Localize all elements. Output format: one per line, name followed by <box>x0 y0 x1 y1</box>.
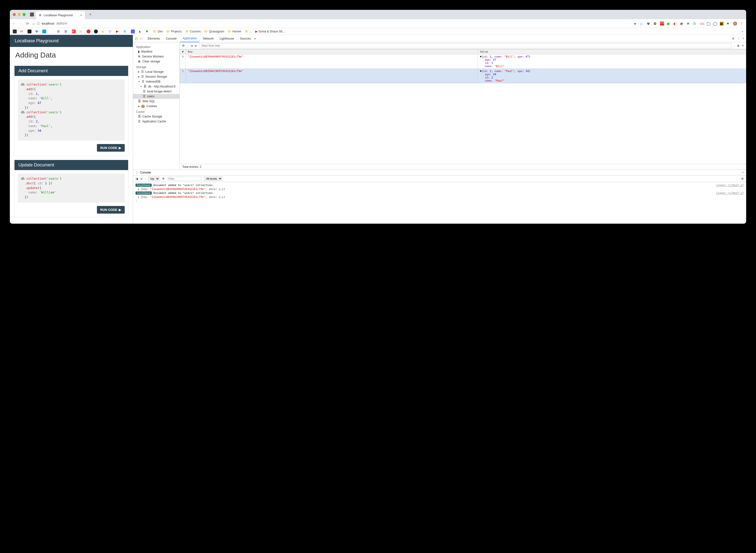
menu-icon[interactable]: ⋮ <box>740 22 744 25</box>
sidebar-item-manifest[interactable]: ▮ Manifest <box>133 49 180 54</box>
drive-icon[interactable]: ▲ <box>138 29 142 33</box>
inspect-icon[interactable]: ◰ <box>135 37 138 40</box>
refresh-icon[interactable]: ⟳ <box>182 44 185 48</box>
sidebar-item-websql[interactable]: 🗄 Web SQL <box>133 99 180 104</box>
sidebar-item-cookies[interactable]: ▶ 🍪 Cookies <box>133 104 180 109</box>
ext-icon[interactable]: ◯ <box>713 22 717 25</box>
filter-input[interactable] <box>167 177 202 181</box>
log-source[interactable]: logger.js?9ee7:17 <box>716 191 744 195</box>
sidebar-item-app-cache[interactable]: ☰ Application Cache <box>133 119 180 124</box>
youtube-icon[interactable]: ▶ <box>116 29 120 33</box>
console-sidebar-icon[interactable]: ◨ <box>136 177 138 180</box>
maximize-window-icon[interactable] <box>23 13 25 16</box>
pinned-tab-favicon[interactable] <box>30 12 34 16</box>
browser-tab[interactable]: ⚙ Localbase Playground × <box>36 11 85 19</box>
sidebar-item-service-workers[interactable]: ⚙ Service Workers <box>133 54 180 59</box>
console-menu-icon[interactable]: ⋮ <box>136 171 138 174</box>
bookmarks-overflow-icon[interactable]: » <box>742 30 743 33</box>
sidebar-item-db[interactable]: ▼ 🗄 db - http://localhost:8 <box>133 84 180 89</box>
bookmark-icon[interactable]: af <box>72 29 76 33</box>
tab-elements[interactable]: Elements <box>145 35 162 42</box>
bookmark-folder[interactable]: 📁 Homer <box>228 30 241 33</box>
bookmark-icon[interactable] <box>13 29 17 33</box>
settings-icon[interactable]: ⚙ <box>732 37 735 40</box>
bookmark-icon[interactable]: ✱ <box>146 29 149 33</box>
sidebar-item-store[interactable]: ☰ local-forage-detect <box>133 89 180 94</box>
table-row[interactable]: 1 "11eaeeb1c88394b1969745432261c79e" ▼{i… <box>180 69 746 83</box>
bookmark-icon[interactable]: ✿ <box>124 29 127 33</box>
log-expand[interactable]: ▶{key: "11eaeeb1c88394b1969745432261c79e… <box>133 195 746 199</box>
bookmark-icon[interactable] <box>94 29 98 33</box>
bookmark-icon[interactable] <box>42 29 46 33</box>
bookmark-icon[interactable]: ⊞ <box>57 29 61 33</box>
home-icon[interactable]: ⌂ <box>32 22 35 25</box>
udemy-icon[interactable]: 𝓤 <box>79 29 83 33</box>
ext-icon[interactable]: ◯ <box>706 22 710 25</box>
prev-page-icon[interactable]: ◀ <box>190 44 193 48</box>
bookmark-folder[interactable]: 📁 ... <box>245 30 252 33</box>
log-source[interactable]: logger.js?9ee7:17 <box>716 183 744 187</box>
tab-close-icon[interactable]: × <box>80 13 82 17</box>
bookmark-icon[interactable] <box>86 29 90 33</box>
back-icon[interactable]: ← <box>12 22 16 25</box>
run-code-button[interactable]: RUN CODE ▶ <box>97 206 125 214</box>
log-expand[interactable]: ▶{key: "11eaeeb1c88394b0969745432261c79e… <box>133 187 746 191</box>
firebase-icon[interactable]: ▲ <box>101 29 105 33</box>
table-row[interactable]: 0 "11eaeeb1c88394b0969745432261c79e" ▼{i… <box>180 54 746 69</box>
bookmark-folder[interactable]: 📁 Quasagram <box>204 30 224 33</box>
extensions-icon[interactable]: ✦ <box>727 22 731 25</box>
sidebar-item-clear-storage[interactable]: 🗑 Clear storage <box>133 59 180 64</box>
minimize-window-icon[interactable] <box>18 13 21 16</box>
bookmark-icon[interactable]: ᗡ <box>109 29 113 33</box>
reload-icon[interactable]: ⟳ <box>26 22 29 25</box>
next-page-icon[interactable]: ▶ <box>195 44 197 48</box>
tab-application[interactable]: Application <box>180 35 199 42</box>
star-icon[interactable]: ★ <box>633 22 637 25</box>
tabs-overflow-icon[interactable]: » <box>254 37 256 40</box>
ext-icon[interactable]: ◐ <box>673 22 677 25</box>
ext-icon[interactable]: lb <box>693 22 697 25</box>
kebab-icon[interactable]: ⋮ <box>737 37 740 40</box>
ext-icon[interactable]: ✕ <box>687 22 691 25</box>
sidebar-item-indexeddb[interactable]: ▼ ☰ IndexedDB <box>133 79 180 84</box>
ext-icon[interactable]: ◉ <box>667 22 671 25</box>
url-field[interactable]: ⓘ localhost:8080/#/ <box>37 21 67 26</box>
start-key-input[interactable] <box>200 43 732 48</box>
bookmark-folder[interactable]: 📁 Dev <box>153 30 163 33</box>
tab-sources[interactable]: Sources <box>237 35 253 42</box>
clear-icon[interactable]: ⊘ <box>737 44 740 48</box>
tab-console[interactable]: Console <box>163 35 179 42</box>
twitter-icon[interactable]: 🐦 <box>35 29 39 33</box>
col-header[interactable]: # <box>180 50 186 54</box>
ext-icon[interactable]: ♻ <box>654 22 658 25</box>
close-window-icon[interactable] <box>13 13 16 16</box>
bookmark-folder[interactable]: 📁 Projects <box>166 30 182 33</box>
ext-icon[interactable]: CORS <box>660 22 664 25</box>
new-tab-button[interactable]: + <box>89 12 92 17</box>
ext-icon[interactable]: js <box>640 22 644 25</box>
bookmark-icon[interactable] <box>27 29 31 33</box>
col-header[interactable]: Key <box>186 50 478 54</box>
close-devtools-icon[interactable]: × <box>743 37 744 40</box>
profile-avatar[interactable] <box>733 22 737 25</box>
console-settings-icon[interactable]: ⚙ <box>741 177 744 180</box>
live-expression-icon[interactable]: 👁 <box>162 177 165 180</box>
forward-icon[interactable]: → <box>19 22 23 25</box>
sidebar-item-users[interactable]: ☰ users <box>133 94 180 99</box>
bookmark-item[interactable]: ▶ Sonia & Shaun 08... <box>255 30 285 33</box>
levels-select[interactable]: All levels <box>204 176 222 181</box>
bookmark-folder[interactable]: 📁 Courses <box>185 30 201 33</box>
sidebar-item-cache-storage[interactable]: 🗄 Cache Storage <box>133 114 180 119</box>
gmail-icon[interactable]: M <box>20 29 24 33</box>
col-header[interactable]: Value <box>478 50 746 54</box>
sidebar-item-session-storage[interactable]: ▶ ☰ Session Storage <box>133 74 180 79</box>
ext-icon[interactable]: æ <box>680 22 684 25</box>
tab-network[interactable]: Network <box>200 35 216 42</box>
discord-icon[interactable] <box>131 29 135 33</box>
microsoft-icon[interactable]: ⊞ <box>64 29 68 33</box>
ext-icon[interactable]: ▦ <box>720 22 724 25</box>
tab-lighthouse[interactable]: Lighthouse <box>217 35 236 42</box>
console-close-icon[interactable]: × <box>742 171 744 174</box>
device-icon[interactable]: ▭ <box>140 37 142 40</box>
apple-icon[interactable] <box>50 29 54 33</box>
